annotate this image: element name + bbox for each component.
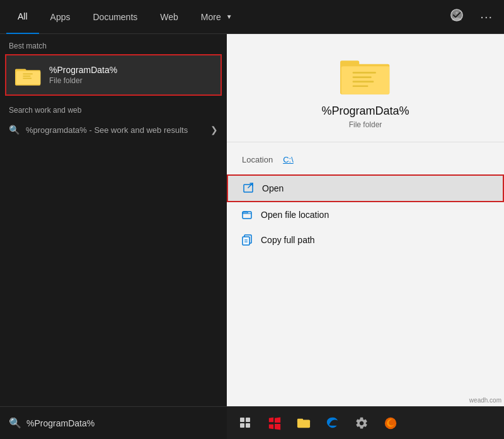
svg-rect-11 xyxy=(353,76,372,78)
best-match-item[interactable]: %ProgramData% File folder xyxy=(5,54,222,96)
svg-rect-26 xyxy=(297,418,303,422)
open-icon xyxy=(243,183,255,194)
location-label: Location xyxy=(242,155,273,164)
settings-button[interactable] xyxy=(349,411,374,436)
open-file-location-action[interactable]: Open file location xyxy=(227,202,504,227)
svg-rect-22 xyxy=(246,418,250,422)
left-panel: Best match %ProgramData% File folder Sea… xyxy=(0,34,227,406)
svg-rect-18 xyxy=(243,237,249,245)
edge-button[interactable] xyxy=(320,411,345,436)
more-options-icon[interactable]: ··· xyxy=(475,7,498,26)
svg-rect-6 xyxy=(23,77,32,79)
search-bar-icon: 🔍 xyxy=(9,417,21,429)
svg-rect-24 xyxy=(246,423,250,428)
tab-documents[interactable]: Documents xyxy=(81,0,149,34)
svg-rect-10 xyxy=(353,72,376,74)
chevron-right-icon: ❯ xyxy=(210,125,218,135)
taskbar-right xyxy=(227,406,504,439)
best-match-subtitle: File folder xyxy=(49,76,117,85)
svg-rect-13 xyxy=(353,85,369,87)
location-value[interactable]: C:\ xyxy=(283,155,294,164)
svg-rect-14 xyxy=(244,185,253,192)
divider xyxy=(227,142,504,142)
web-search-text: %programdata% - See work and web results xyxy=(26,125,188,135)
tab-web[interactable]: Web xyxy=(149,0,190,34)
firefox-button[interactable] xyxy=(378,411,403,436)
right-panel: %ProgramData% File folder Location C:\ O… xyxy=(227,34,504,406)
tab-all[interactable]: All xyxy=(6,0,39,34)
taskbar: 🔍 xyxy=(0,406,504,439)
search-bar-input[interactable] xyxy=(26,418,218,428)
svg-line-15 xyxy=(248,183,253,188)
copy-full-path-label: Copy full path xyxy=(261,235,315,245)
best-match-label: Best match xyxy=(0,34,227,54)
feedback-icon[interactable] xyxy=(445,6,469,28)
open-file-location-label: Open file location xyxy=(261,210,329,220)
action-list: Open Open file location Cop xyxy=(227,174,504,253)
web-search-item[interactable]: 🔍 %programdata% - See work and web resul… xyxy=(0,118,227,141)
right-folder-icon xyxy=(340,53,391,97)
svg-rect-12 xyxy=(353,81,374,83)
search-bar: 🔍 xyxy=(0,406,227,439)
best-match-title: %ProgramData% xyxy=(49,65,117,75)
svg-point-27 xyxy=(385,417,396,428)
open-file-location-icon xyxy=(242,209,253,220)
tab-more[interactable]: More ▼ xyxy=(190,0,244,34)
svg-rect-23 xyxy=(240,423,244,428)
best-match-text: %ProgramData% File folder xyxy=(49,65,117,85)
copy-path-icon xyxy=(242,234,253,246)
search-icon-small: 🔍 xyxy=(9,125,20,135)
svg-rect-21 xyxy=(240,418,244,422)
location-row: Location C:\ xyxy=(227,151,504,168)
svg-rect-9 xyxy=(341,66,389,94)
folder-icon xyxy=(15,62,42,88)
chevron-down-icon: ▼ xyxy=(226,13,232,20)
svg-rect-5 xyxy=(23,76,30,77)
web-section-label: Search work and web xyxy=(0,96,227,118)
main-content: Best match %ProgramData% File folder Sea… xyxy=(0,34,504,406)
right-title: %ProgramData% xyxy=(321,105,409,118)
task-view-button[interactable] xyxy=(233,411,258,436)
right-subtitle: File folder xyxy=(349,120,382,129)
top-nav: All Apps Documents Web More ▼ ··· xyxy=(0,0,504,34)
file-explorer-button[interactable] xyxy=(291,411,316,436)
tab-apps[interactable]: Apps xyxy=(39,0,82,34)
svg-rect-4 xyxy=(23,73,33,74)
copy-full-path-action[interactable]: Copy full path xyxy=(227,227,504,253)
open-action[interactable]: Open xyxy=(227,174,504,202)
open-label: Open xyxy=(262,183,284,193)
watermark: weadh.com xyxy=(469,397,501,404)
windows-start-button[interactable] xyxy=(262,411,287,436)
